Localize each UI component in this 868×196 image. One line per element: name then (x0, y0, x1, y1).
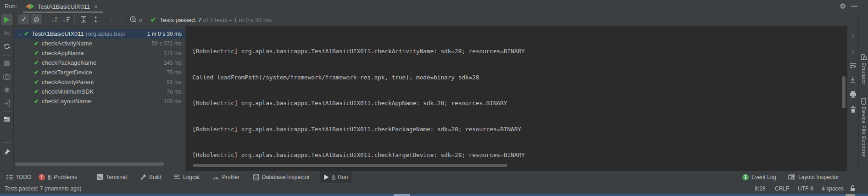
tool-tab-logcat[interactable]: Logcat (171, 171, 203, 183)
run-configuration-tab[interactable]: TestA1BasicUIX011 × (23, 1, 101, 12)
stripe-divider (2, 142, 11, 143)
test-time: 171 ms (164, 50, 182, 56)
test-time: 76 ms (167, 89, 182, 95)
test-name: checkLayoutName (42, 98, 91, 105)
run-tab-title: TestA1BasicUIX011 (38, 3, 90, 10)
tool-tab-todo[interactable]: TODO (3, 171, 35, 183)
chevron-down-icon[interactable]: ⌄ (18, 31, 24, 36)
tree-row[interactable]: ✔ checkPackageName 145 ms (14, 58, 185, 67)
bottom-edge-highlight (394, 194, 410, 196)
event-log-badge: 1 (742, 174, 749, 180)
test-passed-icon: ✔ (34, 78, 39, 85)
rerun-failed-tests-button[interactable]: 9 (1, 28, 13, 39)
tree-horizontal-scrollbar[interactable] (15, 162, 164, 166)
tool-tab-label: Terminal (106, 174, 127, 180)
tree-row[interactable]: ✔ checkTargetDevice 75 ms (14, 67, 185, 77)
print-button[interactable] (848, 90, 858, 100)
tool-window-bar: TODO ! 6: Problems Terminal Build Logcat (0, 171, 868, 183)
gear-icon[interactable]: ⚙ (838, 1, 848, 11)
encoding-widget[interactable]: UTF-8 (798, 185, 813, 192)
bottom-edge-grey (846, 194, 855, 196)
pin-tab-button[interactable] (1, 146, 13, 157)
toggle-auto-test-button[interactable] (1, 41, 13, 52)
sort-alpha-icon: ↓ (51, 16, 55, 23)
emulator-icon (861, 54, 867, 60)
soft-wrap-button[interactable] (848, 60, 858, 70)
screenshot-button[interactable] (1, 71, 13, 82)
previous-occurrence-button[interactable]: ↑ (106, 14, 117, 24)
sort-by-duration-button[interactable]: ↓ (61, 14, 72, 24)
tool-tab-label: 4: Run (332, 174, 348, 180)
clear-all-button[interactable] (848, 104, 858, 114)
tree-root-row[interactable]: ⌄ ✔ TestA1BasicUIX011 (org.aplas.basi 1 … (14, 29, 185, 39)
tool-tab-label: Profiler (222, 174, 239, 180)
test-name: checkMinimumSDK (42, 88, 94, 95)
restore-layout-icon (3, 116, 11, 123)
tree-row[interactable]: ✔ checkActivityName 59 s 372 ms (14, 39, 185, 48)
terminal-icon (97, 174, 103, 180)
test-time: 75 ms (167, 69, 182, 76)
tool-tab-database-inspector[interactable]: Database Inspector (250, 171, 313, 183)
collapse-all-button[interactable] (90, 14, 101, 24)
console-line: [Robolectric] org.aplas.basicappx.TestA1… (192, 97, 838, 110)
toolbar-overflow-icon[interactable]: » (139, 16, 142, 23)
tool-tab-build[interactable]: Build (136, 171, 165, 183)
soft-wrap-icon (850, 62, 857, 68)
console-output[interactable]: [Robolectric] org.aplas.basicappx.TestA1… (185, 26, 847, 171)
summary-check-icon: ✔ (150, 16, 156, 24)
tree-row[interactable]: ✔ checkAppName 171 ms (14, 48, 185, 58)
test-history-clock-icon (129, 16, 137, 23)
tool-tab-run[interactable]: 4: Run (320, 171, 351, 183)
caret-position-widget[interactable]: 8:28 (755, 185, 765, 192)
test-history-button[interactable] (128, 14, 139, 24)
tree-row[interactable]: ✔ checkMinimumSDK 76 ms (14, 87, 185, 96)
ignored-filter-icon: ⊘ (33, 15, 39, 24)
logcat-icon (174, 174, 180, 180)
layout-inspector-button[interactable]: Layout Inspector (788, 171, 839, 183)
tool-tab-problems[interactable]: ! 6: Problems (35, 171, 81, 183)
scroll-down-button[interactable]: ↓ (848, 45, 858, 56)
device-icon (861, 98, 866, 105)
stop-icon (4, 61, 10, 66)
stop-button[interactable] (1, 58, 13, 69)
event-log-button[interactable]: 1 Event Log (742, 171, 776, 183)
dump-threads-button[interactable] (1, 84, 13, 95)
run-left-toolbar: 9 (0, 13, 14, 171)
sort-alphabetically-button[interactable]: ↓ az (49, 14, 60, 24)
down-icon: ↓ (851, 47, 855, 54)
console-vertical-scrollbar[interactable] (842, 76, 846, 108)
test-passed-icon: ✔ (34, 69, 39, 76)
android-test-icon (26, 4, 34, 9)
print-icon (850, 91, 857, 98)
detach-button[interactable] (1, 98, 13, 109)
show-passed-button[interactable]: ✓ (18, 14, 29, 24)
restore-layout-button[interactable] (1, 114, 13, 125)
rerun-tests-button[interactable] (1, 14, 13, 25)
next-occurrence-button[interactable]: ↓ (117, 14, 128, 24)
database-icon (253, 174, 259, 180)
console-horizontal-scrollbar[interactable] (193, 164, 507, 167)
auto-test-icon (3, 43, 11, 50)
lock-icon[interactable] (850, 185, 856, 191)
line-separator-widget[interactable]: CRLF (775, 185, 789, 192)
tree-row[interactable]: ✔ checkLayoutName 100 ms (14, 96, 185, 106)
test-passed-icon: ✔ (34, 40, 39, 47)
close-icon[interactable]: × (93, 3, 99, 10)
tree-row[interactable]: ✔ checkActivityParent 91 ms (14, 77, 185, 87)
tool-tab-label: Build (149, 174, 161, 180)
scroll-to-end-button[interactable] (848, 75, 858, 85)
status-message: Tests passed: 7 (moments ago) (5, 185, 81, 192)
tool-button-device-file-explorer[interactable]: Device File Explorer (859, 98, 868, 157)
scroll-up-button[interactable]: ↑ (848, 31, 858, 41)
tool-tab-profiler[interactable]: Profiler (209, 171, 243, 183)
tool-tab-terminal[interactable]: Terminal (93, 171, 130, 183)
build-hammer-icon (140, 174, 146, 180)
expand-all-button[interactable] (78, 14, 89, 24)
tool-button-emulator[interactable]: Emulator (859, 54, 868, 84)
show-ignored-button[interactable]: ⊘ (31, 14, 42, 24)
stripe-divider (2, 55, 11, 56)
console-line: Called loadFromPath(/system/framework/fr… (192, 72, 838, 84)
indent-widget[interactable]: 4 spaces (822, 185, 844, 192)
hide-panel-icon[interactable]: — (849, 0, 860, 11)
rerun-failed-tests-icon: 9 (3, 29, 11, 37)
